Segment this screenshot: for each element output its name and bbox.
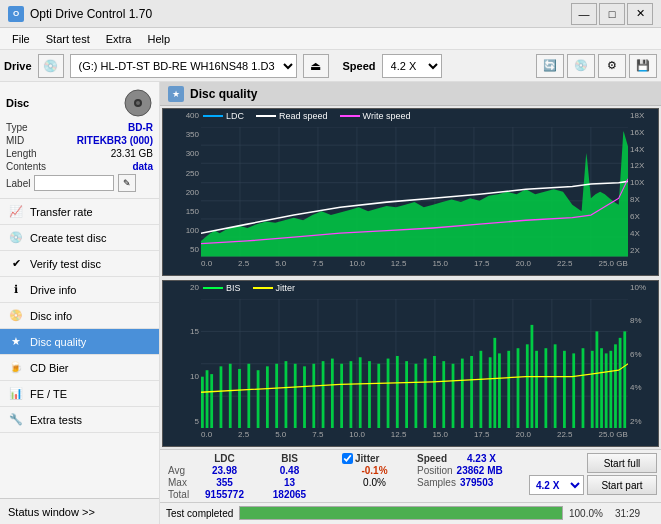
progress-area: Test completed 100.0% 31:29 bbox=[160, 502, 661, 524]
drivebar: Drive 💿 (G:) HL-DT-ST BD-RE WH16NS48 1.D… bbox=[0, 50, 661, 82]
svg-rect-45 bbox=[275, 363, 278, 428]
svg-rect-56 bbox=[377, 363, 380, 428]
sidebar-item-disc-info[interactable]: 📀 Disc info bbox=[0, 303, 159, 329]
total-bis: 182065 bbox=[257, 489, 322, 500]
sidebar-item-extra-tests[interactable]: 🔧 Extra tests bbox=[0, 407, 159, 433]
svg-rect-62 bbox=[433, 355, 436, 428]
disc-info-icon: 📀 bbox=[8, 308, 24, 324]
sidebar-item-disc-quality[interactable]: ★ Disc quality bbox=[0, 329, 159, 355]
verify-test-disc-icon: ✔ bbox=[8, 256, 24, 272]
ldc-chart: LDC Read speed Write speed 400 350 300 bbox=[162, 108, 659, 276]
label-input[interactable] bbox=[34, 175, 114, 191]
svg-rect-83 bbox=[600, 348, 603, 428]
bis-chart: BIS Jitter 20 15 10 5 10% 8% 6% bbox=[162, 280, 659, 448]
col-header-speed: Speed bbox=[417, 453, 467, 464]
samples-label: Samples bbox=[417, 477, 456, 488]
ldc-yr8: 8X bbox=[630, 195, 640, 204]
col-header-bis: BIS bbox=[257, 453, 322, 464]
sidebar-item-cd-bier[interactable]: 🍺 CD Bier bbox=[0, 355, 159, 381]
sidebar-item-drive-info[interactable]: ℹ Drive info bbox=[0, 277, 159, 303]
sidebar-label-extra-tests: Extra tests bbox=[30, 414, 82, 426]
svg-rect-78 bbox=[563, 350, 566, 428]
svg-rect-51 bbox=[331, 358, 334, 428]
content-area: ★ Disc quality LDC Read speed bbox=[160, 82, 661, 524]
svg-rect-41 bbox=[238, 368, 241, 428]
ldc-yr2: 2X bbox=[630, 246, 640, 255]
write-speed-label: Write speed bbox=[363, 111, 411, 121]
ldc-color bbox=[203, 115, 223, 117]
ldc-yr16: 16X bbox=[630, 128, 644, 137]
refresh-button[interactable]: 🔄 bbox=[536, 54, 564, 78]
maximize-button[interactable]: □ bbox=[599, 3, 625, 25]
contents-label: Contents bbox=[6, 161, 46, 172]
svg-rect-70 bbox=[498, 353, 501, 428]
ldc-y150: 150 bbox=[186, 207, 199, 216]
ldc-yr14: 14X bbox=[630, 145, 644, 154]
svg-rect-72 bbox=[517, 348, 520, 428]
speed-select[interactable]: 4.2 X bbox=[382, 54, 442, 78]
length-label: Length bbox=[6, 148, 37, 159]
ldc-xaxis: 0.0 2.5 5.0 7.5 10.0 12.5 15.0 17.5 20.0… bbox=[201, 257, 628, 275]
svg-rect-80 bbox=[582, 348, 585, 428]
svg-rect-54 bbox=[359, 357, 362, 428]
status-window-button[interactable]: Status window >> bbox=[0, 498, 159, 524]
ldc-yaxis-right: 18X 16X 14X 12X 10X 8X 6X 4X 2X bbox=[628, 109, 658, 255]
svg-rect-58 bbox=[396, 355, 399, 428]
jitter-check-label: Jitter bbox=[355, 453, 379, 464]
svg-rect-76 bbox=[544, 348, 547, 428]
minimize-button[interactable]: — bbox=[571, 3, 597, 25]
ldc-y200: 200 bbox=[186, 188, 199, 197]
sidebar-item-verify-test-disc[interactable]: ✔ Verify test disc bbox=[0, 251, 159, 277]
label-edit-button[interactable]: ✎ bbox=[118, 174, 136, 192]
sidebar-label-disc-quality: Disc quality bbox=[30, 336, 86, 348]
sidebar-item-create-test-disc[interactable]: 💿 Create test disc bbox=[0, 225, 159, 251]
drive-select[interactable]: (G:) HL-DT-ST BD-RE WH16NS48 1.D3 bbox=[70, 54, 297, 78]
menu-start-test[interactable]: Start test bbox=[38, 31, 98, 47]
bis-yaxis-right: 10% 8% 6% 4% 2% bbox=[628, 281, 658, 427]
jitter-color bbox=[253, 287, 273, 289]
bis-plot bbox=[201, 299, 628, 429]
svg-rect-86 bbox=[614, 344, 617, 428]
disc-button[interactable]: 💿 bbox=[567, 54, 595, 78]
jitter-label: Jitter bbox=[276, 283, 296, 293]
avg-row: Avg 23.98 0.48 -0.1% Position 23862 MB bbox=[164, 465, 525, 476]
svg-rect-65 bbox=[461, 358, 464, 428]
svg-rect-52 bbox=[340, 363, 343, 428]
menu-file[interactable]: File bbox=[4, 31, 38, 47]
type-value: BD-R bbox=[128, 122, 153, 133]
menu-extra[interactable]: Extra bbox=[98, 31, 140, 47]
disc-contents-row: Contents data bbox=[6, 161, 153, 172]
bis-legend: BIS Jitter bbox=[203, 283, 295, 293]
eject-button[interactable]: ⏏ bbox=[303, 54, 329, 78]
settings-button[interactable]: ⚙ bbox=[598, 54, 626, 78]
avg-jitter: -0.1% bbox=[342, 465, 407, 476]
disc-info-header: Disc bbox=[6, 88, 153, 118]
save-button[interactable]: 💾 bbox=[629, 54, 657, 78]
close-button[interactable]: ✕ bbox=[627, 3, 653, 25]
ldc-y300: 300 bbox=[186, 149, 199, 158]
ldc-yr12: 12X bbox=[630, 161, 644, 170]
label-key: Label bbox=[6, 178, 30, 189]
sidebar-label-verify-test-disc: Verify test disc bbox=[30, 258, 101, 270]
svg-rect-67 bbox=[479, 350, 482, 428]
svg-rect-39 bbox=[220, 366, 223, 428]
status-window-label: Status window >> bbox=[8, 506, 95, 518]
svg-rect-61 bbox=[424, 358, 427, 428]
sidebar-item-transfer-rate[interactable]: 📈 Transfer rate bbox=[0, 199, 159, 225]
disc-section-title: Disc bbox=[6, 97, 29, 109]
sidebar-label-drive-info: Drive info bbox=[30, 284, 76, 296]
start-full-button[interactable]: Start full bbox=[587, 453, 657, 473]
sidebar-spacer bbox=[0, 433, 159, 498]
jitter-checkbox[interactable] bbox=[342, 453, 353, 464]
start-part-button[interactable]: Start part bbox=[587, 475, 657, 495]
svg-rect-46 bbox=[285, 361, 288, 428]
bis-label: BIS bbox=[226, 283, 241, 293]
svg-rect-48 bbox=[303, 366, 306, 428]
bis-legend-jitter: Jitter bbox=[253, 283, 296, 293]
menu-help[interactable]: Help bbox=[139, 31, 178, 47]
speed-dropdown[interactable]: 4.2 X bbox=[529, 475, 584, 495]
ldc-legend-write: Write speed bbox=[340, 111, 411, 121]
sidebar-item-fe-te[interactable]: 📊 FE / TE bbox=[0, 381, 159, 407]
disc-info-panel: Disc Type BD-R MID RITEKBR3 (000) Length… bbox=[0, 82, 159, 199]
titlebar: O Opti Drive Control 1.70 — □ ✕ bbox=[0, 0, 661, 28]
